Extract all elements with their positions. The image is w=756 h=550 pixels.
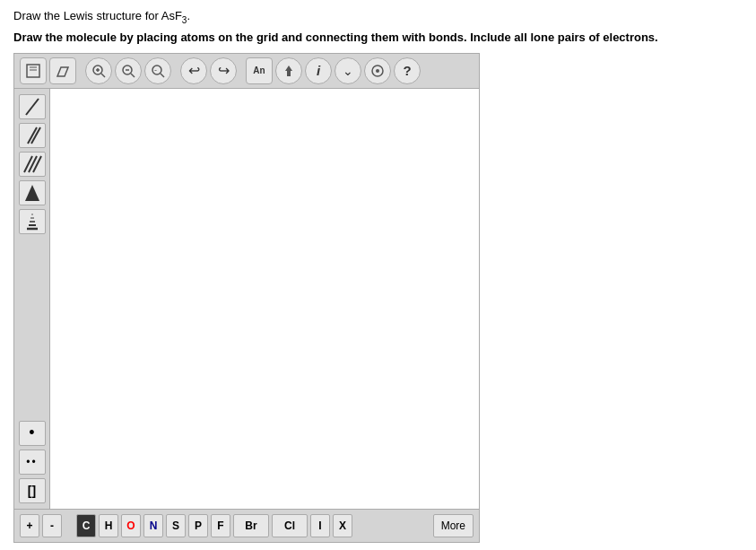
subscript: 3 xyxy=(182,15,187,25)
atom-n-button[interactable]: N xyxy=(143,514,163,537)
zoom2-button[interactable] xyxy=(364,57,391,84)
erase-icon xyxy=(56,64,70,78)
atom-f-button[interactable]: F xyxy=(211,514,230,537)
charge-plus-button[interactable]: + xyxy=(20,514,39,537)
wedge-bond-tool[interactable] xyxy=(19,180,46,205)
zoom2-icon xyxy=(370,64,385,78)
info-icon: i xyxy=(317,63,320,78)
atom-x-button[interactable]: X xyxy=(333,514,352,537)
svg-marker-3 xyxy=(57,67,68,76)
double-bond-tool[interactable] xyxy=(19,123,46,148)
erase-tool-button[interactable] xyxy=(49,57,76,84)
select-tool-button[interactable] xyxy=(20,57,47,84)
main-area: • •• [] xyxy=(14,89,479,509)
svg-line-20 xyxy=(24,156,32,172)
dash-bond-tool[interactable] xyxy=(19,209,46,234)
arrow-tool-icon xyxy=(282,64,296,78)
redo-button[interactable]: ↪ xyxy=(210,57,237,84)
drawing-canvas[interactable] xyxy=(50,89,479,509)
more-button[interactable]: More xyxy=(433,514,474,537)
zoom-reset-button[interactable] xyxy=(115,57,142,84)
editor-container: - ↩ ↪ An i ⌄ xyxy=(13,53,480,543)
toolbar: - ↩ ↪ An i ⌄ xyxy=(14,54,479,89)
dash-bond-icon xyxy=(23,211,41,232)
zoom-in-button[interactable] xyxy=(85,57,112,84)
atom-c-button[interactable]: C xyxy=(76,514,96,537)
single-bond-tool[interactable] xyxy=(19,94,46,119)
wedge-bond-icon xyxy=(23,182,41,204)
zoom-out-button[interactable]: - xyxy=(144,57,171,84)
atom-h-button[interactable]: H xyxy=(99,514,118,537)
dropdown-button[interactable]: ⌄ xyxy=(335,57,361,84)
triple-bond-icon xyxy=(22,153,43,175)
bracket-icon: [] xyxy=(28,484,36,498)
svg-line-21 xyxy=(29,156,37,172)
svg-line-17 xyxy=(26,99,39,115)
lone-pair-tool[interactable]: •• xyxy=(19,450,46,475)
template-icon: An xyxy=(253,65,265,75)
help-icon: ? xyxy=(403,63,411,78)
molecule-name: AsF3 xyxy=(161,9,187,22)
template-button[interactable]: An xyxy=(246,57,273,84)
bottom-bar: + - C H O N S P F Br Cl I X More xyxy=(14,509,479,542)
chevron-down-icon: ⌄ xyxy=(343,64,353,78)
svg-text:-: - xyxy=(154,65,157,74)
instruction-subtitle: Draw the molecule by placing atoms on th… xyxy=(13,31,743,44)
lone-pair-icon: •• xyxy=(26,456,37,468)
triple-bond-tool[interactable] xyxy=(19,152,46,177)
side-tools: • •• [] xyxy=(14,89,50,509)
svg-point-16 xyxy=(376,69,379,73)
double-bond-icon xyxy=(23,125,41,146)
arrow-tool-button[interactable] xyxy=(275,57,302,84)
undo-icon: ↩ xyxy=(188,62,200,79)
atom-o-button[interactable]: O xyxy=(121,514,141,537)
single-bond-icon xyxy=(23,96,41,118)
bracket-tool[interactable]: [] xyxy=(19,478,46,503)
charge-minus-button[interactable]: - xyxy=(42,514,62,537)
undo-button[interactable]: ↩ xyxy=(180,57,207,84)
svg-line-5 xyxy=(101,74,105,77)
atom-i-button[interactable]: I xyxy=(310,514,330,537)
svg-rect-0 xyxy=(27,65,39,77)
zoom-reset-icon xyxy=(121,64,135,78)
info-button[interactable]: i xyxy=(305,57,332,84)
zoom-in-icon xyxy=(91,64,106,78)
atom-cl-button[interactable]: Cl xyxy=(272,514,308,537)
zoom-out-icon: - xyxy=(151,64,165,78)
atom-s-button[interactable]: S xyxy=(166,514,186,537)
redo-icon: ↪ xyxy=(218,62,230,79)
select-icon xyxy=(26,64,40,78)
lone-electron-icon: • xyxy=(29,423,34,442)
svg-marker-14 xyxy=(285,65,292,76)
svg-line-22 xyxy=(33,156,41,172)
svg-line-9 xyxy=(131,74,135,77)
atom-p-button[interactable]: P xyxy=(188,514,208,537)
svg-marker-23 xyxy=(25,185,39,201)
lone-electron-tool[interactable]: • xyxy=(19,421,46,446)
instruction-title: Draw the Lewis structure for AsF3. xyxy=(13,9,743,25)
svg-line-12 xyxy=(161,74,164,77)
atom-br-button[interactable]: Br xyxy=(233,514,269,537)
help-button[interactable]: ? xyxy=(394,57,421,84)
